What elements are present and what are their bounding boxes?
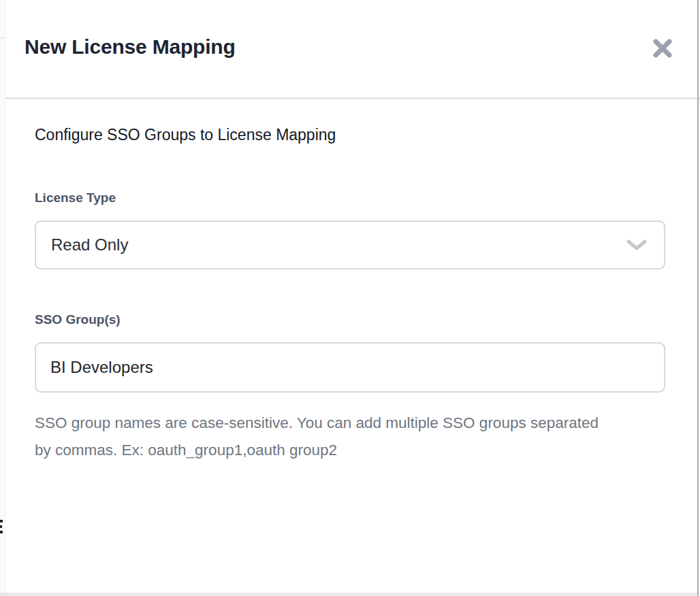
license-type-label: License Type bbox=[35, 191, 116, 205]
dialog-title: New License Mapping bbox=[25, 35, 236, 59]
sso-groups-help-text: SSO group names are case-sensitive. You … bbox=[35, 410, 607, 464]
backdrop-list-dashes bbox=[0, 520, 4, 536]
license-type-selected-value: Read Only bbox=[51, 235, 128, 254]
close-button[interactable] bbox=[649, 35, 676, 62]
chevron-down-icon bbox=[626, 239, 648, 251]
new-license-mapping-dialog: New License Mapping Configure SSO Groups… bbox=[5, 0, 697, 593]
page: New License Mapping Configure SSO Groups… bbox=[0, 0, 700, 596]
header-divider bbox=[5, 97, 700, 99]
license-type-select[interactable]: Read Only bbox=[35, 220, 665, 269]
sso-groups-label: SSO Group(s) bbox=[35, 312, 121, 327]
close-icon bbox=[651, 37, 674, 60]
sso-groups-input[interactable] bbox=[35, 342, 665, 393]
backdrop-strip bbox=[0, 0, 5, 596]
backdrop-bottom-strip bbox=[0, 593, 697, 596]
backdrop-line bbox=[0, 37, 5, 39]
dialog-subtitle: Configure SSO Groups to License Mapping bbox=[35, 126, 336, 144]
window-right-edge bbox=[697, 0, 699, 596]
